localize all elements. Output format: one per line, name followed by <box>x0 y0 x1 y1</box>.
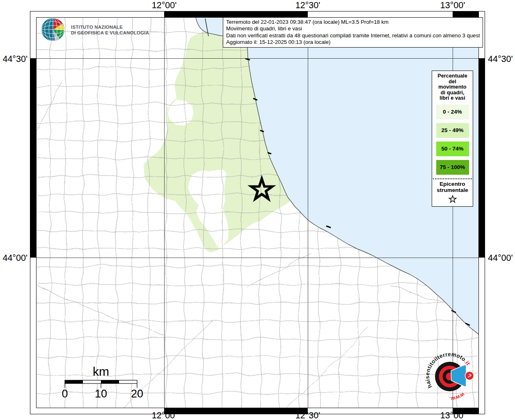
legend-title: Percentuale del movimento di quadri, lib… <box>432 73 473 101</box>
legend-swatch-50-74: 50 - 74% <box>436 142 469 156</box>
legend-separator <box>433 178 472 179</box>
grid-label-top-12-30: 12°30' <box>291 0 324 11</box>
grid-label-right-44-00: 44°00' <box>488 253 513 263</box>
legend-title-line: del <box>432 79 473 84</box>
scale-tick-10: 10 <box>95 388 107 400</box>
grid-label-top-13-00: 13°00' <box>436 0 469 11</box>
grid-label-top-12-00: 12°00' <box>148 0 181 11</box>
ingv-name-line2: DI GEOFISICA E VULCANOLOGIA <box>71 30 149 36</box>
ingv-name-line1: ISTITUTO NAZIONALE <box>71 24 149 30</box>
grid-label-left-44-30: 44°30' <box>0 54 27 64</box>
legend-star-icon <box>432 194 473 205</box>
info-line-event: Terremoto del 22-01-2023 09:38:47 (ora l… <box>226 19 480 25</box>
grid-label-bottom-12-30: 12°30' <box>291 411 324 420</box>
legend-title-line: Percentuale <box>432 73 473 79</box>
ingv-wordmark: ISTITUTO NAZIONALE DI GEOFISICA E VULCAN… <box>71 24 149 36</box>
map-canvas: km 0 10 20 ? haisentitoi <box>0 0 515 420</box>
legend-epicenter-line: strumentale <box>432 187 473 193</box>
scale-tick-0: 0 <box>62 388 68 400</box>
scale-tick-20: 20 <box>131 388 143 400</box>
info-line-data-note: Dati non verificati estratti da 48 quest… <box>226 32 480 39</box>
legend-epicenter-line: Epicentro <box>432 181 473 187</box>
ingv-logo: ISTITUTO NAZIONALE DI GEOFISICA E VULCAN… <box>40 17 149 43</box>
grid-label-left-44-00: 44°00' <box>0 253 27 263</box>
info-line-updated: Aggiornato il: 15-12-2025 00:13 (ora loc… <box>226 39 480 46</box>
ingv-globe-icon <box>40 17 66 43</box>
legend-swatch-75-100: 75 - 100% <box>436 160 469 175</box>
earthquake-felt-map: km 0 10 20 ? haisentitoi <box>0 0 515 420</box>
map-interior: km 0 10 20 ? haisentitoi <box>36 16 479 408</box>
legend-title-line: movimento <box>432 84 473 90</box>
legend-epicenter-label: Epicentro strumentale <box>432 181 473 193</box>
grid-label-right-44-30: 44°30' <box>488 54 513 64</box>
info-line-movement: Movimento di quadri, libri e vasi <box>226 25 480 32</box>
info-box: Terremoto del 22-01-2023 09:38:47 (ora l… <box>223 17 483 48</box>
legend-title-line: libri e vasi <box>432 95 473 101</box>
scale-bar-unit: km <box>93 365 109 378</box>
grid-label-bottom-12-00: 12°00' <box>148 411 181 420</box>
legend-swatch-0-24: 0 - 24% <box>436 105 469 119</box>
legend: Percentuale del movimento di quadri, lib… <box>432 71 473 207</box>
legend-title-line: di quadri, <box>432 90 473 96</box>
grid-label-bottom-13-00: 13°00' <box>436 411 469 420</box>
legend-swatch-25-49: 25 - 49% <box>436 123 469 138</box>
